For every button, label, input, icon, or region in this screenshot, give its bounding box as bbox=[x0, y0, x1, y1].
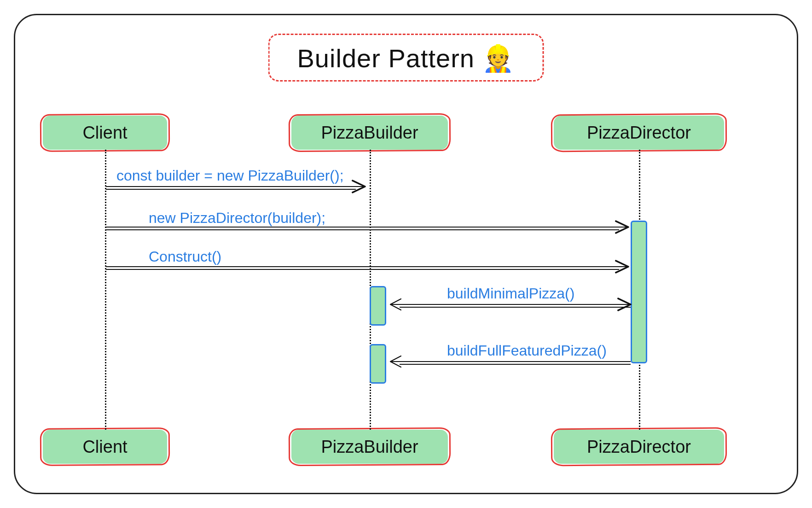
message-label: const builder = new PizzaBuilder(); bbox=[116, 167, 344, 184]
participant-pizzadirector-top: PizzaDirector bbox=[554, 116, 724, 150]
activation-pizzadirector bbox=[631, 221, 647, 363]
message-label: buildFullFeaturedPizza() bbox=[447, 342, 607, 359]
lifeline-client bbox=[105, 150, 106, 430]
message-label: Construct() bbox=[149, 248, 221, 265]
activation-pizzabuilder-1 bbox=[370, 286, 386, 326]
participant-client-top: Client bbox=[43, 116, 167, 150]
activation-pizzabuilder-2 bbox=[370, 344, 386, 384]
participant-pizzabuilder-bottom: PizzaBuilder bbox=[291, 430, 448, 464]
participant-label: PizzaBuilder bbox=[291, 430, 448, 464]
participant-label: PizzaDirector bbox=[554, 430, 724, 464]
title-box: Builder Pattern 👷 bbox=[268, 34, 544, 82]
participant-label: PizzaBuilder bbox=[291, 116, 448, 150]
participant-label: Client bbox=[43, 116, 167, 150]
diagram-title: Builder Pattern 👷 bbox=[297, 44, 515, 73]
message-label: buildMinimalPizza() bbox=[447, 285, 574, 302]
diagram-frame: Builder Pattern 👷 Client PizzaBuilder Pi… bbox=[14, 14, 798, 494]
participant-label: Client bbox=[43, 430, 167, 464]
participant-label: PizzaDirector bbox=[554, 116, 724, 150]
participant-pizzabuilder-top: PizzaBuilder bbox=[291, 116, 448, 150]
participant-client-bottom: Client bbox=[43, 430, 167, 464]
message-label: new PizzaDirector(builder); bbox=[149, 210, 325, 227]
participant-pizzadirector-bottom: PizzaDirector bbox=[554, 430, 724, 464]
